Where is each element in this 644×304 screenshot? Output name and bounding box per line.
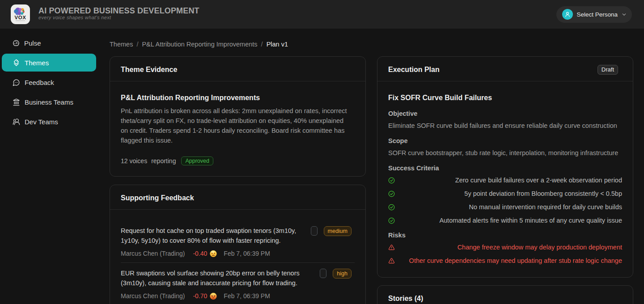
svg-text:VOX: VOX <box>15 15 26 20</box>
